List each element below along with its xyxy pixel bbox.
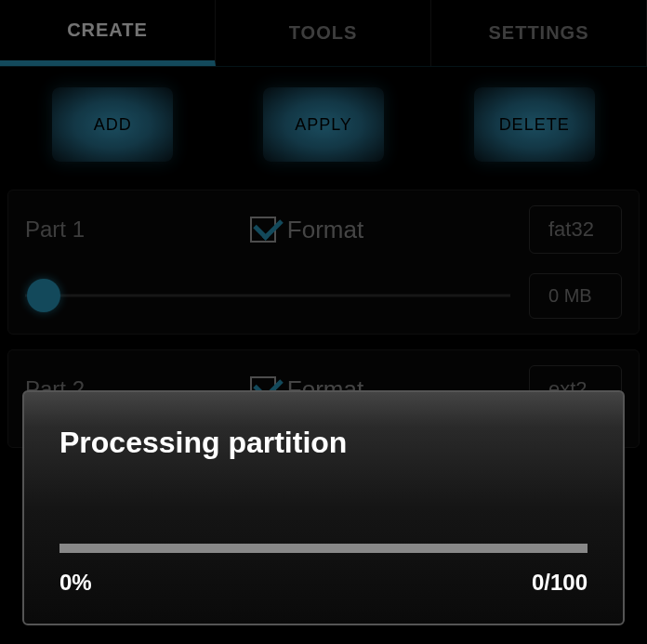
dialog-title: Processing partition <box>59 426 588 460</box>
progress-count: 0/100 <box>532 570 588 596</box>
progress-percent: 0% <box>59 570 92 596</box>
progress-bar <box>59 544 588 553</box>
progress-dialog: Processing partition 0% 0/100 <box>22 390 625 625</box>
